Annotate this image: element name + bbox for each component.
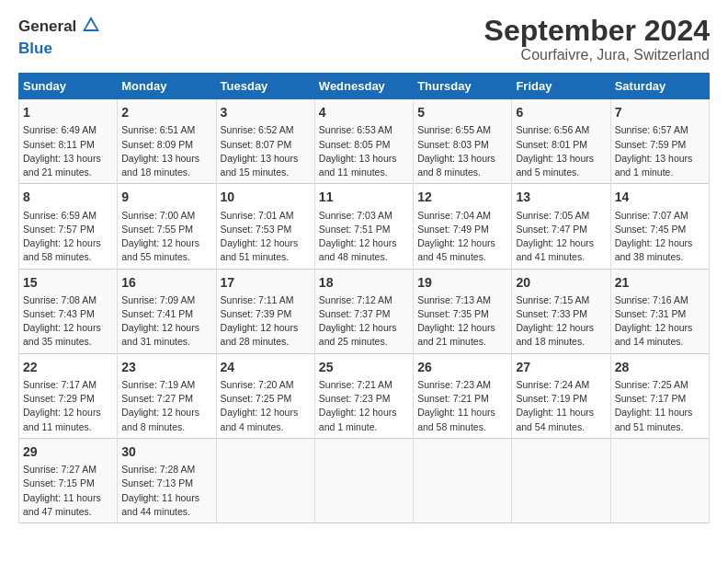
cell-day: 19Sunrise: 7:13 AMSunset: 7:35 PMDayligh… [414,269,512,353]
daylight-text: Daylight: 13 hours and 1 minute. [615,152,705,179]
day-number: 10 [221,188,311,206]
week-row-4: 22Sunrise: 7:17 AMSunset: 7:29 PMDayligh… [19,353,710,438]
daylight-text: Daylight: 12 hours and 8 minutes. [121,406,211,433]
cell-day: 16Sunrise: 7:09 AMSunset: 7:41 PMDayligh… [118,269,216,353]
day-number: 24 [221,358,311,376]
logo-line2: Blue [18,40,101,58]
sunrise-text: Sunrise: 6:52 AM [221,123,311,137]
sunset-text: Sunset: 7:59 PM [615,138,705,152]
day-number: 14 [615,188,705,206]
main-title: September 2024 [484,15,710,47]
logo-icon [81,15,101,35]
sunrise-text: Sunrise: 7:03 AM [319,209,409,223]
sunrise-text: Sunrise: 6:56 AM [516,123,606,137]
day-number: 17 [221,273,311,292]
week-row-5: 29Sunrise: 7:27 AMSunset: 7:15 PMDayligh… [19,438,710,523]
week-row-2: 8Sunrise: 6:59 AMSunset: 7:57 PMDaylight… [19,184,710,269]
sunset-text: Sunset: 7:25 PM [221,392,311,406]
daylight-text: Daylight: 13 hours and 8 minutes. [417,152,507,179]
day-number: 6 [516,103,606,121]
sunrise-text: Sunrise: 7:13 AM [417,293,507,307]
day-number: 30 [121,442,211,461]
day-number: 21 [615,273,705,292]
cell-day [314,438,413,523]
sunset-text: Sunset: 7:47 PM [516,223,606,236]
sunrise-text: Sunrise: 7:27 AM [23,463,113,477]
sunrise-text: Sunrise: 7:24 AM [516,378,606,392]
cell-day: 17Sunrise: 7:11 AMSunset: 7:39 PMDayligh… [216,269,314,353]
sunset-text: Sunset: 8:07 PM [221,138,311,152]
sunrise-text: Sunrise: 7:04 AM [417,209,507,223]
sunrise-text: Sunrise: 7:17 AM [23,378,113,392]
title-block: September 2024 Courfaivre, Jura, Switzer… [484,15,710,63]
sunset-text: Sunset: 7:57 PM [23,223,113,236]
cell-day: 30Sunrise: 7:28 AMSunset: 7:13 PMDayligh… [118,438,216,523]
day-number: 19 [417,273,507,292]
sunset-text: Sunset: 7:27 PM [121,392,211,406]
day-number: 18 [319,273,409,292]
header-row: Sunday Monday Tuesday Wednesday Thursday… [19,74,710,99]
cell-day: 6Sunrise: 6:56 AMSunset: 8:01 PMDaylight… [512,99,610,184]
day-number: 5 [417,103,507,121]
sunrise-text: Sunrise: 7:08 AM [23,293,113,307]
day-number: 25 [319,358,409,376]
daylight-text: Daylight: 12 hours and 48 minutes. [319,236,409,264]
sunset-text: Sunset: 7:45 PM [615,223,705,236]
col-tuesday: Tuesday [216,74,314,99]
cell-day: 3Sunrise: 6:52 AMSunset: 8:07 PMDaylight… [216,99,314,184]
day-number: 15 [23,273,113,292]
sunrise-text: Sunrise: 7:09 AM [121,293,211,307]
day-number: 28 [615,358,705,376]
sunset-text: Sunset: 7:29 PM [23,392,113,406]
day-number: 22 [23,358,113,376]
sunset-text: Sunset: 7:21 PM [417,392,507,406]
sunrise-text: Sunrise: 7:11 AM [221,293,311,307]
day-number: 8 [23,188,113,206]
daylight-text: Daylight: 13 hours and 11 minutes. [319,152,409,179]
cell-day: 13Sunrise: 7:05 AMSunset: 7:47 PMDayligh… [512,184,610,269]
sunrise-text: Sunrise: 7:21 AM [319,378,409,392]
daylight-text: Daylight: 12 hours and 58 minutes. [23,236,113,264]
cell-day: 11Sunrise: 7:03 AMSunset: 7:51 PMDayligh… [314,184,413,269]
cell-day: 23Sunrise: 7:19 AMSunset: 7:27 PMDayligh… [118,353,216,438]
cell-day: 8Sunrise: 6:59 AMSunset: 7:57 PMDaylight… [19,184,118,269]
cell-day: 27Sunrise: 7:24 AMSunset: 7:19 PMDayligh… [512,353,610,438]
sunrise-text: Sunrise: 7:05 AM [516,209,606,223]
col-wednesday: Wednesday [314,74,413,99]
sunset-text: Sunset: 7:35 PM [417,307,507,321]
cell-day: 25Sunrise: 7:21 AMSunset: 7:23 PMDayligh… [314,353,413,438]
page: General Blue September 2024 Courfaivre, … [0,0,728,533]
cell-day: 21Sunrise: 7:16 AMSunset: 7:31 PMDayligh… [610,269,709,353]
cell-day: 18Sunrise: 7:12 AMSunset: 7:37 PMDayligh… [314,269,413,353]
day-number: 1 [23,103,113,121]
sunrise-text: Sunrise: 7:25 AM [615,378,705,392]
cell-day: 2Sunrise: 6:51 AMSunset: 8:09 PMDaylight… [118,99,216,184]
sunrise-text: Sunrise: 7:15 AM [516,293,606,307]
cell-day [414,438,512,523]
sunrise-text: Sunrise: 6:51 AM [121,123,211,137]
logo-line1: General [18,15,101,40]
sunset-text: Sunset: 7:33 PM [516,307,606,321]
daylight-text: Daylight: 12 hours and 31 minutes. [121,321,211,349]
cell-day: 14Sunrise: 7:07 AMSunset: 7:45 PMDayligh… [610,184,709,269]
daylight-text: Daylight: 12 hours and 28 minutes. [221,321,311,349]
daylight-text: Daylight: 12 hours and 38 minutes. [615,236,705,264]
cell-day: 4Sunrise: 6:53 AMSunset: 8:05 PMDaylight… [314,99,413,184]
sunset-text: Sunset: 8:03 PM [417,138,507,152]
cell-day: 7Sunrise: 6:57 AMSunset: 7:59 PMDaylight… [610,99,709,184]
day-number: 7 [615,103,705,121]
cell-day: 9Sunrise: 7:00 AMSunset: 7:55 PMDaylight… [118,184,216,269]
sunrise-text: Sunrise: 7:23 AM [417,378,507,392]
daylight-text: Daylight: 12 hours and 35 minutes. [23,321,113,349]
cell-day: 12Sunrise: 7:04 AMSunset: 7:49 PMDayligh… [414,184,512,269]
day-number: 16 [121,273,211,292]
sunset-text: Sunset: 8:01 PM [516,138,606,152]
day-number: 3 [221,103,311,121]
day-number: 13 [516,188,606,206]
day-number: 23 [121,358,211,376]
sunrise-text: Sunrise: 6:59 AM [23,209,113,223]
day-number: 12 [417,188,507,206]
col-saturday: Saturday [610,74,709,99]
daylight-text: Daylight: 13 hours and 21 minutes. [23,152,113,179]
cell-day: 20Sunrise: 7:15 AMSunset: 7:33 PMDayligh… [512,269,610,353]
